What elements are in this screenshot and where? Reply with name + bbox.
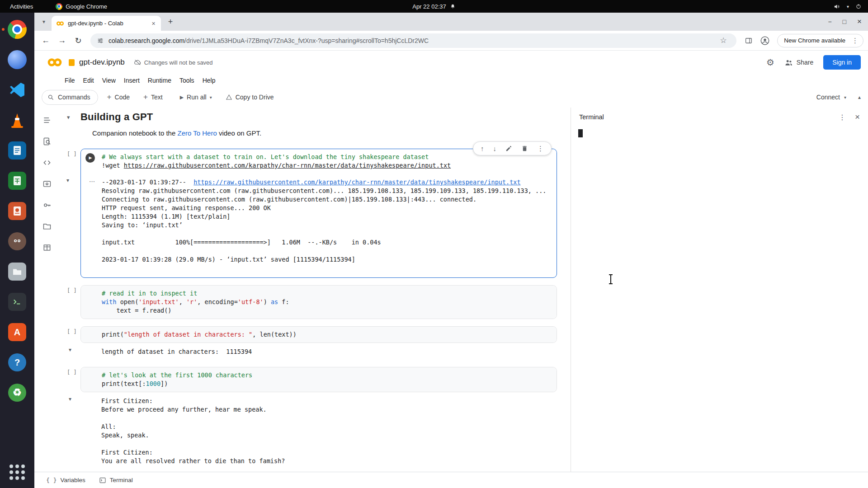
side-panel-icon[interactable] [742, 34, 755, 47]
variable-inspector-icon[interactable] [42, 178, 52, 189]
dock-files[interactable] [6, 260, 28, 283]
output-options-icon[interactable]: ⋯ [89, 178, 95, 185]
sign-in-button[interactable]: Sign in [823, 55, 861, 70]
move-cell-up-icon[interactable]: ↑ [481, 145, 484, 152]
show-applications-button[interactable] [9, 465, 25, 480]
code-editor[interactable]: print("length of dataset in characters: … [81, 327, 557, 343]
terminal-menu-kebab-icon[interactable]: ⋮ [839, 113, 846, 122]
code-cell[interactable]: # let's look at the first 1000 character… [80, 367, 557, 392]
dock-gimp[interactable] [6, 230, 28, 253]
menu-runtime[interactable]: Runtime [144, 75, 175, 85]
collapse-section-icon[interactable]: ▾ [67, 114, 73, 121]
grid-panel-icon[interactable] [42, 242, 52, 253]
address-bar[interactable]: colab.research.google.com/drive/1JMLa53H… [90, 33, 736, 48]
menu-view[interactable]: View [98, 75, 120, 85]
terminal-close-icon[interactable]: × [855, 112, 860, 122]
files-folder-icon[interactable] [42, 221, 52, 232]
menu-file[interactable]: File [61, 75, 79, 85]
code-link[interactable]: https://raw.githubusercontent.com/karpat… [124, 162, 451, 169]
window-close-button[interactable]: × [857, 17, 862, 26]
delete-cell-icon[interactable] [521, 145, 528, 152]
terminal-bottom-button[interactable]: Terminal [99, 477, 133, 484]
terminal-icon [8, 293, 26, 311]
output-collapse-icon[interactable]: ▾ [69, 396, 71, 402]
chevron-down-icon[interactable]: ▾ [847, 4, 849, 9]
dock-terminal[interactable] [6, 291, 28, 313]
copy-to-drive-button[interactable]: Copy to Drive [221, 91, 278, 103]
code-cell[interactable]: # read it in to inspect itwith open('inp… [80, 285, 557, 319]
more-options-icon[interactable]: ⋮ [537, 145, 544, 152]
menu-help[interactable]: Help [198, 75, 220, 85]
table-of-contents-icon[interactable] [42, 115, 52, 126]
terminal-body[interactable] [571, 127, 868, 472]
back-button[interactable]: ← [39, 34, 52, 47]
dock-google-chrome[interactable] [6, 18, 28, 41]
cell-gutter[interactable]: [ ] [67, 367, 80, 472]
edit-icon[interactable] [505, 145, 512, 152]
window-minimize-button[interactable]: − [828, 18, 831, 25]
window-maximize-button[interactable]: □ [843, 18, 846, 25]
move-cell-down-icon[interactable]: ↓ [493, 145, 497, 152]
settings-gear-icon[interactable]: ⚙ [766, 57, 774, 68]
power-icon[interactable] [855, 3, 862, 9]
site-info-icon[interactable] [97, 37, 104, 44]
cell-gutter[interactable]: [ ] [67, 149, 80, 278]
vlc-icon [8, 111, 26, 129]
code-cell[interactable]: print("length of dataset in characters: … [80, 326, 557, 343]
dock-help[interactable]: ? [6, 351, 28, 374]
activities-button[interactable]: Activities [6, 2, 37, 11]
browser-tab[interactable]: gpt-dev.ipynb - Colab × [52, 16, 161, 31]
reload-button[interactable]: ↻ [71, 34, 85, 47]
code-snippets-icon[interactable] [42, 157, 52, 168]
save-status[interactable]: Changes will not be saved [134, 59, 213, 66]
code-editor[interactable]: # read it in to inspect itwith open('inp… [81, 286, 557, 319]
notebook-title[interactable]: gpt-dev.ipynb [79, 58, 125, 67]
new-tab-button[interactable]: + [165, 16, 176, 28]
add-code-button[interactable]: +Code [103, 90, 134, 104]
dock-software-updater[interactable]: ♻ [6, 381, 28, 404]
variables-button[interactable]: { } Variables [46, 477, 85, 483]
execution-count[interactable]: [ ] [67, 287, 80, 294]
focused-app-indicator[interactable]: Google Chrome [56, 3, 107, 10]
commands-button[interactable]: Commands [42, 90, 98, 105]
output-collapse-icon[interactable]: ▾ [69, 347, 71, 353]
run-cell-button[interactable]: ▶ [85, 153, 95, 163]
output-collapse-icon[interactable]: ▾ [66, 177, 69, 183]
execution-count[interactable]: [ ] [67, 369, 80, 375]
find-replace-icon[interactable] [42, 136, 52, 147]
cell-gutter[interactable]: [ ] [67, 285, 80, 319]
bookmark-star-icon[interactable]: ☆ [717, 34, 730, 47]
output-link[interactable]: https://raw.githubusercontent.com/karpat… [193, 178, 520, 186]
run-all-button[interactable]: ▶Run all▾ [175, 91, 217, 103]
menu-edit[interactable]: Edit [79, 75, 98, 85]
cell-gutter[interactable]: [ ] [67, 326, 80, 360]
share-button[interactable]: Share [784, 59, 813, 66]
dock-libreoffice-impress[interactable] [6, 200, 28, 222]
menu-tools[interactable]: Tools [175, 75, 198, 85]
tab-search-button[interactable]: ▾ [38, 16, 50, 28]
code-cell[interactable]: ▶# We always start with a dataset to tra… [80, 149, 557, 278]
execution-count[interactable]: [ ] [67, 328, 80, 335]
browser-menu-kebab-icon[interactable]: ⋮ [850, 37, 860, 45]
code-editor[interactable]: # let's look at the first 1000 character… [81, 367, 557, 392]
profile-avatar-icon[interactable] [758, 34, 772, 47]
dock-software-center[interactable]: A [6, 321, 28, 343]
dock-blue-sphere-app[interactable] [6, 48, 28, 71]
cell-output: ▾First Citizen:Before we proceed any fur… [80, 393, 557, 472]
execution-count[interactable]: [ ] [67, 151, 80, 157]
tab-close-icon[interactable]: × [150, 19, 157, 27]
dock-vscode[interactable] [6, 79, 28, 101]
connect-button[interactable]: Connect▾ [816, 94, 846, 101]
dock-vlc[interactable] [6, 109, 28, 131]
dock-libreoffice-calc[interactable] [6, 169, 28, 192]
menu-insert[interactable]: Insert [120, 75, 144, 85]
dock-libreoffice-writer[interactable] [6, 139, 28, 162]
secrets-key-icon[interactable] [42, 200, 52, 211]
volume-icon[interactable] [834, 3, 840, 10]
collapse-header-icon[interactable]: ▴ [858, 94, 861, 100]
forward-button[interactable]: → [55, 34, 69, 47]
zero-to-hero-link[interactable]: Zero To Hero [177, 129, 217, 137]
add-text-button[interactable]: +Text [139, 90, 167, 104]
clock[interactable]: Apr 22 02:37 [412, 3, 446, 10]
chrome-update-button[interactable]: New Chrome available ⋮ [777, 34, 863, 47]
